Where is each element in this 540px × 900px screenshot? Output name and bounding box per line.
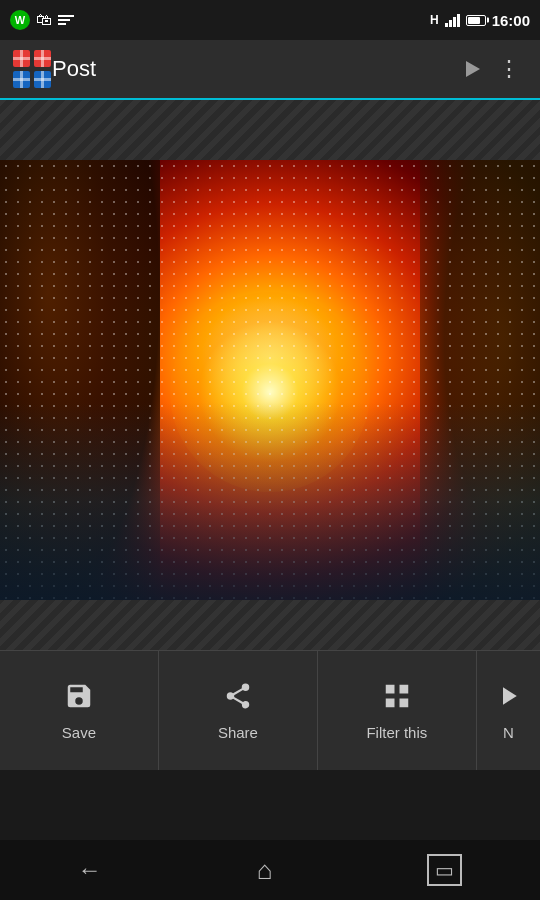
h-icon: H: [430, 13, 439, 27]
share-icon: [223, 681, 253, 716]
recents-button[interactable]: ▭: [427, 854, 462, 886]
status-bar: W 🛍 H 16:00: [0, 0, 540, 40]
app-title: Post: [52, 56, 466, 82]
filter-icon: [382, 681, 412, 716]
action-bar: Save Share Filter this N: [0, 650, 540, 770]
share-label: Share: [218, 724, 258, 741]
water-reflection: [0, 402, 540, 600]
share-button[interactable]: Share: [159, 651, 318, 770]
battery-icon: [466, 15, 486, 26]
next-button[interactable]: N: [477, 651, 540, 770]
play-arrow-icon: [466, 61, 480, 77]
status-time: 16:00: [492, 12, 530, 29]
nav-bar: ← ⌂ ▭: [0, 840, 540, 900]
image-area: [0, 160, 540, 600]
svg-rect-5: [13, 57, 30, 60]
app-logo: [12, 49, 52, 89]
stripe-bar-top: [0, 100, 540, 160]
overflow-menu-button[interactable]: ⋮: [490, 48, 528, 90]
app-bar: Post ⋮: [0, 40, 540, 100]
save-icon: [64, 681, 94, 716]
svg-rect-9: [13, 78, 30, 81]
save-label: Save: [62, 724, 96, 741]
next-icon: [493, 681, 523, 716]
filter-label: Filter this: [366, 724, 427, 741]
stripe-bar-bottom: [0, 600, 540, 650]
signal-icon: [445, 13, 460, 27]
w-status-icon: W: [10, 10, 30, 30]
home-button[interactable]: ⌂: [257, 855, 273, 886]
back-button[interactable]: ←: [78, 856, 102, 884]
svg-rect-11: [34, 78, 51, 81]
cart-icon: 🛍: [36, 11, 52, 29]
svg-rect-7: [34, 57, 51, 60]
save-button[interactable]: Save: [0, 651, 159, 770]
filter-button[interactable]: Filter this: [318, 651, 477, 770]
next-label: N: [503, 724, 514, 741]
bars-icon: [58, 15, 74, 25]
